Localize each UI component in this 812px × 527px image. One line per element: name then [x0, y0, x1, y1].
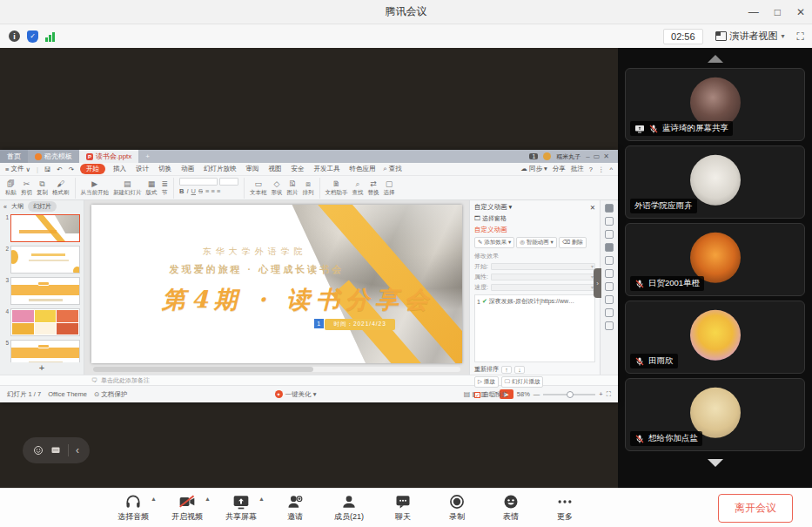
strikethrough-button[interactable]: S: [198, 187, 203, 195]
more-button[interactable]: 更多: [538, 489, 592, 527]
underline-button[interactable]: U: [191, 187, 196, 195]
more-icon[interactable]: ⋮: [598, 166, 605, 173]
new-slide-button[interactable]: ▤新建幻灯片: [113, 180, 142, 195]
maximize-button[interactable]: □: [775, 6, 781, 18]
theme-name[interactable]: Office Theme: [48, 390, 87, 398]
add-slide-button[interactable]: +: [0, 362, 84, 375]
animation-pane-title[interactable]: 自定义动画 ▾: [474, 203, 512, 212]
wps-window-controls[interactable]: –▭✕: [586, 152, 613, 160]
wps-account-name[interactable]: 糯米丸子: [556, 152, 580, 161]
zoom-slider[interactable]: [543, 394, 595, 395]
emoji-icon[interactable]: [33, 445, 44, 456]
rail-icon[interactable]: [605, 243, 614, 252]
rail-icon[interactable]: [605, 256, 614, 265]
textbox-button[interactable]: ▭文本框: [250, 180, 267, 195]
wps-new-tab-button[interactable]: +: [138, 150, 157, 163]
ribbon-tab-devtools[interactable]: 开发工具: [312, 164, 341, 174]
speed-dropdown[interactable]: [491, 284, 595, 291]
auto-preview-checkbox[interactable]: ✓: [474, 392, 480, 398]
rail-icon[interactable]: [605, 295, 614, 304]
close-pane-icon[interactable]: ✕: [590, 204, 595, 212]
fullscreen-icon[interactable]: ⛶: [797, 30, 803, 43]
slides-tab[interactable]: 幻灯片: [28, 201, 57, 212]
slideshow-play-button[interactable]: 🖵 幻灯片播放: [501, 376, 544, 388]
redo-icon[interactable]: ↷: [69, 166, 74, 173]
select-button[interactable]: ▢选择: [384, 180, 395, 195]
members-button[interactable]: 成员(21): [322, 489, 376, 527]
invite-button[interactable]: 邀请: [268, 489, 322, 527]
ribbon-tab-slideshow[interactable]: 幻灯片放映: [202, 164, 238, 174]
wps-tab-document[interactable]: P读书会.pptx: [79, 150, 138, 163]
rail-icon[interactable]: [605, 308, 614, 317]
section-button[interactable]: ≣节: [162, 180, 169, 195]
format-painter-button[interactable]: 🖌格式刷: [52, 180, 70, 195]
cut-button[interactable]: ✂剪切: [21, 180, 32, 195]
rail-icon[interactable]: [605, 217, 614, 226]
ribbon-tab-apps[interactable]: 特色应用: [347, 164, 377, 174]
rail-icon[interactable]: [605, 204, 614, 213]
reactions-button[interactable]: 表情: [484, 489, 538, 527]
zoom-in-button[interactable]: +: [599, 390, 602, 398]
bold-button[interactable]: B: [179, 187, 184, 195]
save-icon[interactable]: 🖫: [44, 166, 51, 173]
participant-tile[interactable]: 外语学院应雨卉: [625, 145, 805, 219]
add-effect-button[interactable]: ✎ 添加效果 ▾: [474, 237, 514, 248]
panel-collapse-icon[interactable]: «: [3, 204, 7, 210]
view-mode-selector[interactable]: 演讲者视图 ▾: [712, 28, 789, 44]
comment-button[interactable]: 批注: [571, 165, 584, 173]
rail-icon[interactable]: [605, 282, 614, 291]
paste-button[interactable]: 🗐粘贴: [5, 180, 17, 195]
ribbon-tab-start[interactable]: 开始: [80, 164, 105, 174]
search-icon[interactable]: ⌕ 查找: [383, 165, 401, 173]
meeting-info-icon[interactable]: i: [9, 30, 20, 42]
ribbon-tab-view[interactable]: 视图: [266, 164, 283, 174]
current-slide[interactable]: 东华大学外语学院 发现爱的旅程 · 心理成长读书会 第4期 · 读书分享会 1 …: [91, 205, 462, 363]
wps-tab-docer[interactable]: 稻壳模板: [28, 150, 79, 163]
play-from-current-button[interactable]: ▶从当前开始: [81, 180, 110, 195]
horizontal-scrollbar[interactable]: [93, 367, 460, 372]
fit-slide-icon[interactable]: ⛶: [607, 390, 611, 399]
ribbon-tab-animation[interactable]: 动画: [179, 164, 196, 174]
security-shield-icon[interactable]: ✓: [27, 30, 38, 43]
slide-thumbnail-2[interactable]: [10, 246, 80, 274]
picture-button[interactable]: 🖻图片: [287, 180, 299, 195]
video-options-caret[interactable]: ▲: [205, 496, 211, 502]
scroll-up-arrow[interactable]: [708, 55, 723, 63]
replace-button[interactable]: ⇄替换: [368, 180, 379, 195]
find-button[interactable]: ⌕查找: [352, 180, 364, 195]
selection-pane-link[interactable]: 🗔 选择窗格: [474, 214, 595, 223]
smart-animation-button[interactable]: ◎ 智能动画 ▾: [516, 237, 557, 248]
property-dropdown[interactable]: [491, 274, 595, 280]
ribbon-tab-insert[interactable]: 插入: [111, 164, 128, 174]
slide-layout-button[interactable]: ▦版式: [146, 180, 158, 195]
ribbon-tab-review[interactable]: 审阅: [244, 164, 260, 174]
participant-tile[interactable]: 想给你加点盐: [625, 378, 805, 451]
wps-tab-home[interactable]: 首页: [0, 150, 28, 163]
font-name-box[interactable]: [179, 178, 218, 186]
italic-button[interactable]: I: [186, 187, 188, 195]
share-screen-button[interactable]: 共享屏幕 ▲: [214, 489, 268, 527]
undo-icon[interactable]: ↶: [57, 166, 62, 173]
font-size-box[interactable]: [219, 178, 238, 186]
leave-meeting-button[interactable]: 离开会议: [718, 494, 793, 523]
slide-thumbnail-5[interactable]: [10, 340, 80, 362]
close-button[interactable]: ✕: [796, 6, 805, 18]
ribbon-tab-transition[interactable]: 切换: [157, 164, 173, 174]
shape-button[interactable]: ◇形状: [272, 180, 283, 195]
copy-button[interactable]: ⧉复制: [37, 180, 48, 195]
outline-tab[interactable]: 大纲: [11, 202, 23, 211]
move-down-button[interactable]: ↓: [514, 366, 525, 374]
minimize-button[interactable]: —: [748, 6, 759, 18]
chat-quick-icon[interactable]: [50, 445, 61, 456]
delete-animation-button[interactable]: ⌫ 删除: [559, 237, 587, 248]
ribbon-tab-design[interactable]: 设计: [134, 164, 151, 174]
animation-list[interactable]: 1 ✔ 深夜发媸-原创设计|https://ww…: [474, 294, 595, 362]
slide-thumbnail-3[interactable]: [10, 277, 80, 305]
align-icons[interactable]: ≡ ≡ ≡: [205, 187, 220, 195]
start-dropdown[interactable]: [491, 263, 595, 270]
participant-tile[interactable]: 蓝诗琦的屏幕共享: [625, 68, 805, 141]
audio-options-caret[interactable]: ▲: [151, 496, 157, 502]
animation-item[interactable]: 1 ✔ 深夜发媸-原创设计|https://ww…: [477, 297, 593, 306]
slide-thumbnail-1[interactable]: [10, 214, 80, 242]
participant-tile[interactable]: 日贸2001单橙: [625, 223, 805, 296]
